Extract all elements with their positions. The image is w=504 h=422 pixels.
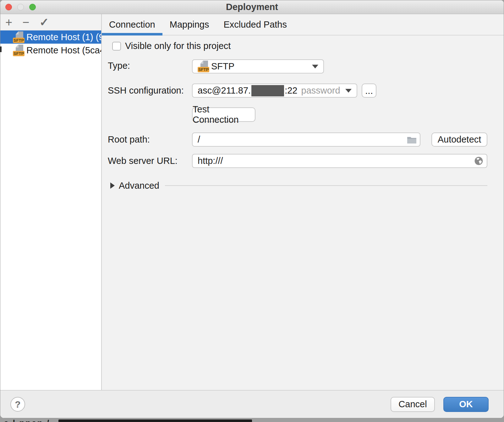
autodetect-button[interactable]: Autodetect: [431, 133, 487, 147]
web-server-url-input[interactable]: [192, 154, 487, 168]
close-window-button[interactable]: [5, 4, 12, 10]
tab-mappings[interactable]: Mappings: [162, 14, 216, 35]
visible-only-row: Visible only for this project: [112, 41, 231, 51]
ssh-configuration-browse-button[interactable]: ...: [362, 84, 376, 98]
advanced-section-toggle[interactable]: Advanced: [110, 179, 487, 192]
list-item-remote-host-1[interactable]: SFTP Remote Host (1) (9: [0, 30, 101, 44]
triangle-right-icon: [110, 182, 115, 189]
remove-server-icon[interactable]: −: [22, 16, 29, 28]
section-divider: [165, 185, 487, 186]
type-value: SFTP: [211, 61, 234, 72]
test-connection-button[interactable]: Test Connection: [192, 107, 255, 122]
web-server-url-field-wrap: [192, 154, 487, 168]
type-label: Type:: [108, 61, 130, 71]
add-server-icon[interactable]: +: [5, 16, 12, 28]
web-server-url-label: Web server URL:: [108, 156, 178, 166]
tab-bar: Connection Mappings Excluded Paths: [102, 14, 504, 35]
redacted-host-box: [251, 85, 284, 96]
title-bar: Deployment: [0, 0, 504, 14]
background-artifact: [0, 46, 2, 52]
background-window-strip: e | ppen /: [0, 418, 504, 422]
list-item-remote-host-2[interactable]: SFTP Remote Host (5ca4: [0, 44, 101, 57]
minimize-window-button[interactable]: [17, 4, 24, 10]
deployment-dialog: Deployment + − ✓ SFTP Remote Host (1) (9: [0, 0, 504, 418]
ssh-port: :22: [285, 85, 297, 96]
tab-connection[interactable]: Connection: [102, 14, 162, 35]
visible-only-checkbox[interactable]: [112, 42, 121, 51]
background-dark-bar: [58, 419, 252, 422]
background-clipped-text: e | ppen /: [4, 419, 50, 422]
window-controls: [5, 4, 36, 10]
server-list: SFTP Remote Host (1) (9 SFTP Remote Host…: [0, 30, 101, 390]
cancel-button[interactable]: Cancel: [391, 397, 435, 412]
ssh-user-host: asc@211.87.: [198, 85, 251, 96]
root-path-label: Root path:: [108, 134, 150, 144]
server-item-label: Remote Host (5ca4: [26, 45, 101, 56]
sftp-server-icon: SFTP: [13, 31, 23, 43]
root-path-input[interactable]: [192, 133, 420, 147]
server-list-panel: + − ✓ SFTP Remote Host (1) (9 SFTP: [0, 14, 102, 390]
sftp-type-icon: SFTP: [198, 61, 208, 72]
tab-excluded-paths[interactable]: Excluded Paths: [216, 14, 294, 35]
server-item-label: Remote Host (1) (9: [26, 32, 101, 42]
ok-button[interactable]: OK: [443, 397, 489, 412]
root-path-field-wrap: [192, 133, 420, 147]
type-dropdown[interactable]: SFTP SFTP: [192, 59, 324, 73]
browse-folder-icon[interactable]: [407, 135, 417, 144]
chevron-down-icon: [345, 89, 352, 93]
visible-only-label: Visible only for this project: [125, 41, 231, 51]
connection-settings-panel: Connection Mappings Excluded Paths Visib…: [102, 14, 504, 390]
zoom-window-button[interactable]: [29, 4, 36, 10]
globe-icon[interactable]: [474, 156, 484, 166]
connection-form: Visible only for this project Type: SFTP…: [102, 35, 504, 390]
window-title: Deployment: [226, 2, 278, 12]
server-list-toolbar: + − ✓: [0, 14, 101, 30]
ssh-auth-type: password: [301, 85, 340, 96]
ssh-configuration-dropdown[interactable]: asc@211.87. :22 password: [192, 84, 357, 98]
advanced-label: Advanced: [119, 181, 159, 191]
help-button[interactable]: ?: [10, 397, 25, 412]
use-as-default-icon[interactable]: ✓: [39, 17, 49, 28]
chevron-down-icon: [312, 65, 318, 68]
sftp-server-icon: SFTP: [13, 45, 23, 56]
ssh-configuration-label: SSH configuration:: [108, 85, 184, 95]
dialog-footer: ? Cancel OK: [0, 390, 504, 418]
